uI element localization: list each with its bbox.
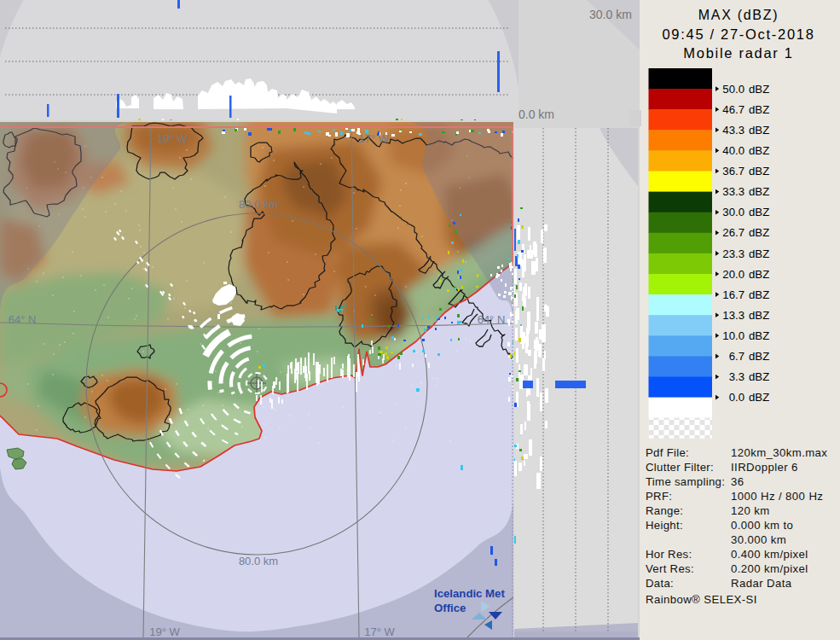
svg-text:0.200 km/pixel: 0.200 km/pixel bbox=[731, 562, 808, 575]
svg-text:Rainbow® SELEX-SI: Rainbow® SELEX-SI bbox=[646, 593, 757, 606]
svg-text:dBZ: dBZ bbox=[749, 226, 769, 239]
svg-text:40.0: 40.0 bbox=[722, 144, 744, 157]
svg-text:120km_30km.max: 120km_30km.max bbox=[731, 446, 827, 459]
svg-text:IIRDoppler 6: IIRDoppler 6 bbox=[731, 461, 798, 474]
svg-text:dBZ: dBZ bbox=[749, 247, 769, 260]
svg-text:Icelandic Met: Icelandic Met bbox=[434, 587, 505, 600]
svg-text:30.0 km: 30.0 km bbox=[589, 8, 632, 21]
svg-text:dBZ: dBZ bbox=[749, 268, 769, 281]
svg-text:dBZ: dBZ bbox=[749, 185, 769, 198]
svg-text:MAX (dBZ): MAX (dBZ) bbox=[698, 8, 779, 22]
svg-text:30.000 km: 30.000 km bbox=[731, 533, 786, 546]
svg-text:Mobile radar 1: Mobile radar 1 bbox=[683, 45, 793, 61]
svg-text:64° N: 64° N bbox=[9, 313, 37, 326]
svg-text:64° N: 64° N bbox=[478, 313, 506, 326]
svg-text:20.0: 20.0 bbox=[722, 268, 744, 281]
svg-text:dBZ: dBZ bbox=[749, 83, 769, 96]
svg-text:dBZ: dBZ bbox=[749, 309, 769, 322]
svg-text:36.7: 36.7 bbox=[722, 165, 744, 177]
svg-text:Hor Res:: Hor Res: bbox=[646, 548, 692, 561]
svg-text:0.0 km: 0.0 km bbox=[518, 108, 554, 121]
svg-text:Data:: Data: bbox=[646, 577, 674, 590]
svg-text:6.7: 6.7 bbox=[729, 350, 744, 363]
svg-text:0.000 km to: 0.000 km to bbox=[731, 519, 793, 532]
svg-text:43.3: 43.3 bbox=[722, 124, 744, 137]
svg-text:36: 36 bbox=[731, 475, 744, 488]
svg-text:dBZ: dBZ bbox=[749, 288, 769, 301]
svg-text:Height:: Height: bbox=[646, 519, 683, 532]
svg-text:Radar Data: Radar Data bbox=[731, 577, 792, 590]
svg-text:Range:: Range: bbox=[646, 504, 683, 517]
svg-text:23.3: 23.3 bbox=[722, 247, 744, 260]
svg-text:30.0: 30.0 bbox=[722, 206, 744, 218]
svg-text:Pdf File:: Pdf File: bbox=[646, 446, 689, 459]
svg-text:dBZ: dBZ bbox=[749, 350, 769, 363]
svg-text:dBZ: dBZ bbox=[749, 391, 769, 404]
svg-text:dBZ: dBZ bbox=[749, 144, 769, 157]
svg-text:0.400 km/pixel: 0.400 km/pixel bbox=[731, 548, 808, 561]
svg-text:80.0 km: 80.0 km bbox=[239, 555, 278, 567]
svg-text:120 km: 120 km bbox=[731, 504, 770, 517]
svg-text:16.7: 16.7 bbox=[722, 288, 744, 301]
svg-text:50.0: 50.0 bbox=[722, 83, 744, 96]
svg-text:dBZ: dBZ bbox=[749, 206, 769, 218]
svg-text:17° W: 17° W bbox=[364, 625, 395, 638]
svg-text:dBZ: dBZ bbox=[749, 329, 769, 342]
svg-text:dBZ: dBZ bbox=[749, 124, 769, 137]
svg-text:0.0: 0.0 bbox=[729, 391, 744, 404]
svg-text:PRF:: PRF: bbox=[646, 490, 672, 503]
svg-text:19° W: 19° W bbox=[157, 132, 188, 145]
svg-text:09:45 / 27-Oct-2018: 09:45 / 27-Oct-2018 bbox=[662, 26, 814, 42]
svg-text:dBZ: dBZ bbox=[749, 165, 769, 177]
svg-text:Vert Res:: Vert Res: bbox=[646, 562, 694, 575]
svg-text:3.3: 3.3 bbox=[729, 370, 744, 383]
svg-text:46.7: 46.7 bbox=[722, 103, 744, 116]
svg-text:Time sampling:: Time sampling: bbox=[646, 475, 725, 488]
svg-text:10.0: 10.0 bbox=[722, 329, 744, 342]
svg-text:33.3: 33.3 bbox=[722, 185, 744, 198]
svg-text:Office: Office bbox=[434, 602, 466, 614]
svg-text:1000 Hz / 800 Hz: 1000 Hz / 800 Hz bbox=[731, 490, 823, 503]
svg-text:17° W: 17° W bbox=[358, 132, 389, 145]
svg-text:80.0 km: 80.0 km bbox=[239, 198, 278, 211]
svg-text:Clutter Filter:: Clutter Filter: bbox=[646, 461, 714, 474]
svg-text:19° W: 19° W bbox=[149, 625, 180, 638]
svg-text:13.3: 13.3 bbox=[722, 309, 744, 322]
svg-text:26.7: 26.7 bbox=[722, 226, 744, 239]
svg-text:dBZ: dBZ bbox=[749, 103, 769, 116]
svg-text:dBZ: dBZ bbox=[749, 370, 769, 383]
